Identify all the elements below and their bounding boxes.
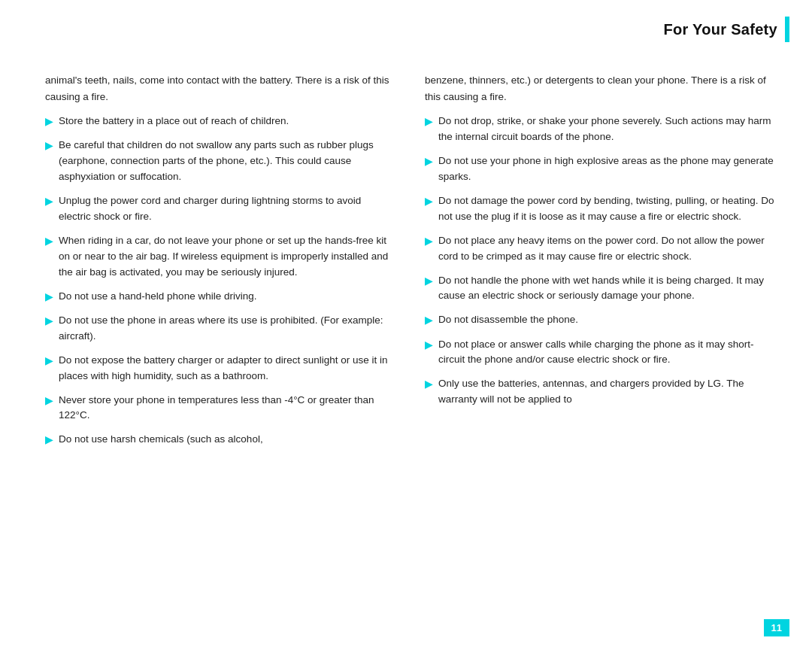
bullet-arrow-icon: ▶ [45, 138, 53, 153]
right-intro-text: benzene, thinners, etc.) or detergents t… [425, 72, 774, 105]
left-column: animal's teeth, nails, come into contact… [45, 72, 395, 457]
page-header: For Your Safety [0, 0, 812, 50]
bullet-text: Do not expose the battery charger or ada… [59, 353, 395, 384]
bullet-text: Do not place any heavy items on the powe… [438, 233, 774, 265]
bullet-arrow-icon: ▶ [425, 154, 432, 169]
bullet-arrow-icon: ▶ [45, 314, 53, 329]
bullet-arrow-icon: ▶ [45, 393, 53, 409]
bullet-text: Never store your phone in temperatures l… [59, 393, 395, 424]
bullet-text: Store the battery in a place out of reac… [59, 114, 289, 129]
bullet-text: Do not use a hand-held phone while drivi… [59, 289, 256, 305]
bullet-text: Be careful that children do not swallow … [59, 138, 395, 185]
bullet-arrow-icon: ▶ [425, 114, 432, 129]
list-item: ▶ Never store your phone in temperatures… [45, 393, 395, 424]
bullet-text: Do not place or answer calls while charg… [438, 337, 774, 369]
bullet-text: Do not drop, strike, or shake your phone… [438, 114, 774, 145]
bullet-text: Do not use harsh chemicals (such as alco… [59, 432, 263, 448]
main-content: animal's teeth, nails, come into contact… [0, 50, 812, 472]
bullet-text: Do not use your phone in high explosive … [438, 153, 774, 185]
list-item: ▶ Unplug the power cord and charger duri… [45, 193, 395, 225]
bullet-text: Do not handle the phone with wet hands w… [438, 273, 774, 305]
list-item: ▶ Do not use a hand-held phone while dri… [45, 289, 395, 305]
bullet-text: Only use the batteries, antennas, and ch… [438, 376, 774, 408]
header-accent-bar [785, 17, 789, 42]
page-number: 11 [764, 619, 789, 636]
list-item: ▶ Do not place any heavy items on the po… [425, 233, 774, 265]
left-intro-text: animal's teeth, nails, come into contact… [45, 72, 395, 105]
bullet-arrow-icon: ▶ [425, 234, 432, 249]
list-item: ▶ Do not handle the phone with wet hands… [425, 273, 774, 305]
list-item: ▶ Do not expose the battery charger or a… [45, 353, 395, 384]
bullet-text: When riding in a car, do not leave your … [59, 233, 395, 281]
list-item: ▶ Do not use your phone in high explosiv… [425, 153, 774, 185]
bullet-arrow-icon: ▶ [425, 313, 432, 328]
list-item: ▶ Do not place or answer calls while cha… [425, 337, 774, 369]
bullet-text: Unplug the power cord and charger during… [59, 193, 395, 225]
list-item: ▶ Do not use harsh chemicals (such as al… [45, 432, 395, 448]
page-footer: 11 [764, 619, 789, 636]
bullet-arrow-icon: ▶ [45, 114, 53, 129]
list-item: ▶ Do not drop, strike, or shake your pho… [425, 114, 774, 145]
list-item: ▶ Do not disassemble the phone. [425, 312, 774, 328]
list-item: ▶ When riding in a car, do not leave you… [45, 233, 395, 281]
list-item: ▶ Store the battery in a place out of re… [45, 114, 395, 129]
page-title: For Your Safety [663, 21, 777, 38]
bullet-arrow-icon: ▶ [45, 234, 53, 249]
bullet-text: Do not disassemble the phone. [438, 312, 578, 328]
list-item: ▶ Only use the batteries, antennas, and … [425, 376, 774, 408]
bullet-arrow-icon: ▶ [425, 377, 432, 392]
bullet-arrow-icon: ▶ [45, 290, 53, 305]
bullet-text: Do not damage the power cord by bending,… [438, 193, 774, 225]
bullet-arrow-icon: ▶ [45, 194, 53, 209]
bullet-text: Do not use the phone in areas where its … [59, 313, 395, 345]
bullet-arrow-icon: ▶ [425, 274, 432, 289]
bullet-arrow-icon: ▶ [425, 194, 432, 209]
list-item: ▶ Do not damage the power cord by bendin… [425, 193, 774, 225]
bullet-arrow-icon: ▶ [45, 433, 53, 448]
bullet-arrow-icon: ▶ [45, 354, 53, 369]
list-item: ▶ Be careful that children do not swallo… [45, 138, 395, 185]
right-column: benzene, thinners, etc.) or detergents t… [425, 72, 774, 457]
list-item: ▶ Do not use the phone in areas where it… [45, 313, 395, 345]
bullet-arrow-icon: ▶ [425, 338, 432, 353]
